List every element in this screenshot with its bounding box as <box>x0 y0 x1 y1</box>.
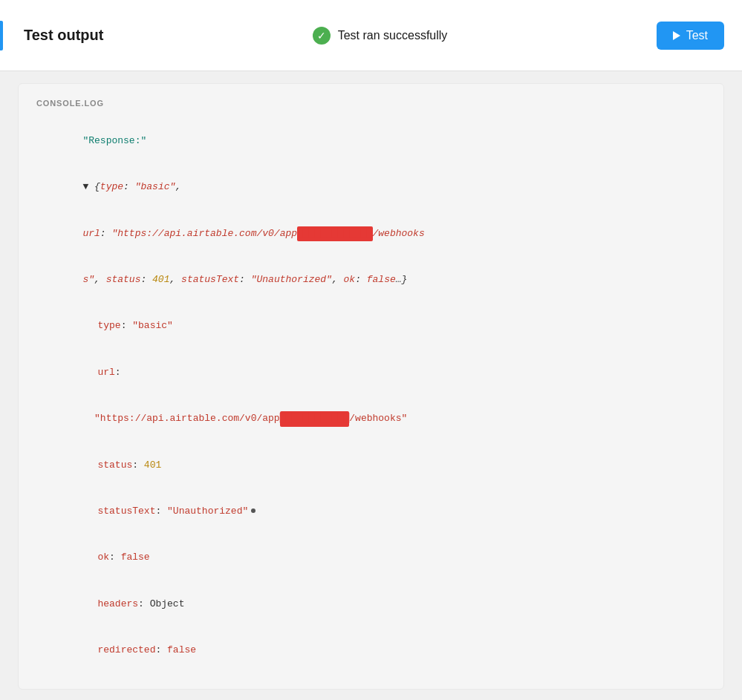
status-text: Test ran successfully <box>338 29 448 42</box>
console-output-1: "Response:" ▼ {type: "basic", url: "http… <box>36 118 706 674</box>
header: Test output ✓ Test ran successfully Test <box>0 0 742 71</box>
line: "Response:" <box>36 118 706 164</box>
line: status: 401 <box>36 442 706 488</box>
console-block-1: CONSOLE.LOG "Response:" ▼ {type: "basic"… <box>18 83 724 690</box>
line: url: <box>36 350 706 396</box>
line: "https://api.airtable.com/v0/app████████… <box>36 396 706 442</box>
line: ok: false <box>36 535 706 581</box>
line: redirected: false <box>36 627 706 673</box>
success-icon: ✓ <box>313 27 331 45</box>
status-area: ✓ Test ran successfully <box>313 27 448 45</box>
line: url: "https://api.airtable.com/v0/app███… <box>36 211 706 257</box>
line: headers: Object <box>36 581 706 627</box>
line: statusText: "Unauthorized" <box>36 488 706 534</box>
test-button-label: Test <box>686 29 708 42</box>
header-left: Test output <box>18 27 103 44</box>
test-button[interactable]: Test <box>657 22 724 50</box>
line: s", status: 401, statusText: "Unauthoriz… <box>36 257 706 303</box>
line: type: "basic" <box>36 304 706 350</box>
play-icon <box>673 31 680 40</box>
content-area: CONSOLE.LOG "Response:" ▼ {type: "basic"… <box>0 71 742 700</box>
line: ▼ {type: "basic", <box>36 164 706 210</box>
left-accent <box>0 21 3 50</box>
console-label-1: CONSOLE.LOG <box>36 99 706 108</box>
page-title: Test output <box>24 27 103 44</box>
